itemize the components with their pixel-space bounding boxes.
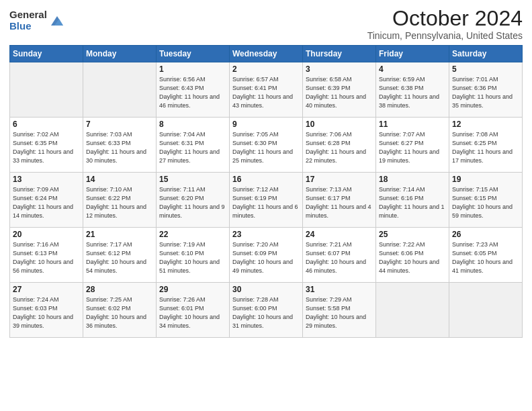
calendar-cell — [376, 283, 449, 338]
week-row-1: 1Sunrise: 6:56 AMSunset: 6:43 PMDaylight… — [10, 62, 523, 118]
day-info: Sunrise: 7:21 AMSunset: 6:07 PMDaylight:… — [306, 241, 366, 274]
calendar-cell: 1Sunrise: 6:56 AMSunset: 6:43 PMDaylight… — [157, 62, 230, 118]
calendar-cell: 7Sunrise: 7:03 AMSunset: 6:33 PMDaylight… — [83, 118, 157, 173]
day-info: Sunrise: 6:56 AMSunset: 6:43 PMDaylight:… — [159, 76, 220, 109]
day-number: 15 — [159, 175, 226, 184]
day-number: 6 — [13, 120, 80, 129]
day-info: Sunrise: 7:29 AMSunset: 5:58 PMDaylight:… — [306, 296, 366, 329]
calendar-cell: 8Sunrise: 7:04 AMSunset: 6:31 PMDaylight… — [157, 118, 230, 173]
weekday-monday: Monday — [83, 46, 157, 62]
day-number: 19 — [452, 175, 519, 184]
day-info: Sunrise: 7:07 AMSunset: 6:27 PMDaylight:… — [379, 131, 439, 164]
day-number: 3 — [306, 64, 373, 74]
day-info: Sunrise: 7:23 AMSunset: 6:05 PMDaylight:… — [452, 241, 513, 274]
day-info: Sunrise: 7:25 AMSunset: 6:02 PMDaylight:… — [86, 296, 146, 329]
day-info: Sunrise: 7:02 AMSunset: 6:35 PMDaylight:… — [13, 131, 73, 164]
weekday-row: SundayMondayTuesdayWednesdayThursdayFrid… — [10, 46, 523, 62]
day-info: Sunrise: 7:17 AMSunset: 6:12 PMDaylight:… — [86, 241, 146, 274]
calendar-cell: 12Sunrise: 7:08 AMSunset: 6:25 PMDayligh… — [449, 118, 523, 173]
day-info: Sunrise: 7:24 AMSunset: 6:03 PMDaylight:… — [13, 296, 73, 329]
day-number: 14 — [86, 175, 153, 184]
calendar-cell: 31Sunrise: 7:29 AMSunset: 5:58 PMDayligh… — [303, 283, 376, 338]
day-info: Sunrise: 6:58 AMSunset: 6:39 PMDaylight:… — [306, 76, 366, 109]
day-info: Sunrise: 7:28 AMSunset: 6:00 PMDaylight:… — [232, 296, 293, 329]
logo-icon — [50, 13, 64, 28]
calendar-cell: 16Sunrise: 7:12 AMSunset: 6:19 PMDayligh… — [230, 173, 303, 228]
calendar-cell: 24Sunrise: 7:21 AMSunset: 6:07 PMDayligh… — [303, 228, 376, 283]
day-number: 4 — [379, 64, 446, 74]
week-row-3: 13Sunrise: 7:09 AMSunset: 6:24 PMDayligh… — [10, 173, 523, 228]
calendar-page: General Blue October 2024 Tinicum, Penns… — [0, 0, 532, 411]
calendar-cell: 21Sunrise: 7:17 AMSunset: 6:12 PMDayligh… — [83, 228, 157, 283]
day-number: 20 — [13, 230, 80, 239]
calendar-cell: 28Sunrise: 7:25 AMSunset: 6:02 PMDayligh… — [83, 283, 157, 338]
weekday-wednesday: Wednesday — [230, 46, 303, 62]
day-info: Sunrise: 7:15 AMSunset: 6:15 PMDaylight:… — [452, 186, 513, 219]
weekday-tuesday: Tuesday — [157, 46, 230, 62]
logo: General Blue — [9, 9, 64, 32]
calendar-cell: 30Sunrise: 7:28 AMSunset: 6:00 PMDayligh… — [230, 283, 303, 338]
calendar-cell: 25Sunrise: 7:22 AMSunset: 6:06 PMDayligh… — [376, 228, 449, 283]
day-number: 30 — [232, 285, 300, 294]
calendar-cell: 23Sunrise: 7:20 AMSunset: 6:09 PMDayligh… — [230, 228, 303, 283]
day-number: 28 — [86, 285, 153, 294]
day-info: Sunrise: 7:01 AMSunset: 6:36 PMDaylight:… — [452, 76, 513, 109]
calendar-cell: 11Sunrise: 7:07 AMSunset: 6:27 PMDayligh… — [376, 118, 449, 173]
day-info: Sunrise: 7:14 AMSunset: 6:16 PMDaylight:… — [379, 186, 445, 219]
day-info: Sunrise: 7:20 AMSunset: 6:09 PMDaylight:… — [232, 241, 293, 274]
calendar-body: 1Sunrise: 6:56 AMSunset: 6:43 PMDaylight… — [10, 62, 523, 338]
calendar-cell — [449, 283, 523, 338]
day-info: Sunrise: 7:04 AMSunset: 6:31 PMDaylight:… — [159, 131, 220, 164]
calendar-header: SundayMondayTuesdayWednesdayThursdayFrid… — [10, 46, 523, 62]
day-number: 27 — [13, 285, 80, 294]
day-number: 1 — [159, 64, 226, 74]
calendar-cell: 2Sunrise: 6:57 AMSunset: 6:41 PMDaylight… — [230, 62, 303, 118]
day-info: Sunrise: 6:57 AMSunset: 6:41 PMDaylight:… — [232, 76, 293, 109]
day-info: Sunrise: 7:26 AMSunset: 6:01 PMDaylight:… — [159, 296, 220, 329]
calendar-cell: 18Sunrise: 7:14 AMSunset: 6:16 PMDayligh… — [376, 173, 449, 228]
day-number: 29 — [159, 285, 226, 294]
day-number: 31 — [306, 285, 373, 294]
calendar-cell: 22Sunrise: 7:19 AMSunset: 6:10 PMDayligh… — [157, 228, 230, 283]
day-info: Sunrise: 7:19 AMSunset: 6:10 PMDaylight:… — [159, 241, 220, 274]
day-number: 10 — [306, 120, 373, 129]
day-info: Sunrise: 7:05 AMSunset: 6:30 PMDaylight:… — [232, 131, 293, 164]
day-info: Sunrise: 7:09 AMSunset: 6:24 PMDaylight:… — [13, 186, 73, 219]
day-info: Sunrise: 7:03 AMSunset: 6:33 PMDaylight:… — [86, 131, 146, 164]
day-number: 2 — [232, 64, 300, 74]
day-info: Sunrise: 7:13 AMSunset: 6:17 PMDaylight:… — [306, 186, 371, 219]
weekday-friday: Friday — [376, 46, 449, 62]
day-number: 22 — [159, 230, 226, 239]
weekday-sunday: Sunday — [10, 46, 83, 62]
day-number: 25 — [379, 230, 446, 239]
day-info: Sunrise: 7:08 AMSunset: 6:25 PMDaylight:… — [452, 131, 513, 164]
week-row-5: 27Sunrise: 7:24 AMSunset: 6:03 PMDayligh… — [10, 283, 523, 338]
weekday-saturday: Saturday — [449, 46, 523, 62]
calendar-cell: 26Sunrise: 7:23 AMSunset: 6:05 PMDayligh… — [449, 228, 523, 283]
location: Tinicum, Pennsylvania, United States — [367, 30, 523, 41]
calendar-cell — [10, 62, 83, 118]
calendar-cell: 3Sunrise: 6:58 AMSunset: 6:39 PMDaylight… — [303, 62, 376, 118]
calendar-cell: 10Sunrise: 7:06 AMSunset: 6:28 PMDayligh… — [303, 118, 376, 173]
header: General Blue October 2024 Tinicum, Penns… — [9, 7, 523, 41]
calendar-cell: 14Sunrise: 7:10 AMSunset: 6:22 PMDayligh… — [83, 173, 157, 228]
calendar-table: SundayMondayTuesdayWednesdayThursdayFrid… — [9, 45, 523, 338]
day-info: Sunrise: 7:10 AMSunset: 6:22 PMDaylight:… — [86, 186, 146, 219]
day-info: Sunrise: 6:59 AMSunset: 6:38 PMDaylight:… — [379, 76, 439, 109]
calendar-cell: 9Sunrise: 7:05 AMSunset: 6:30 PMDaylight… — [230, 118, 303, 173]
title-block: October 2024 Tinicum, Pennsylvania, Unit… — [367, 7, 523, 41]
day-number: 9 — [232, 120, 300, 129]
day-number: 17 — [306, 175, 373, 184]
day-info: Sunrise: 7:06 AMSunset: 6:28 PMDaylight:… — [306, 131, 366, 164]
calendar-cell: 13Sunrise: 7:09 AMSunset: 6:24 PMDayligh… — [10, 173, 83, 228]
calendar-cell: 27Sunrise: 7:24 AMSunset: 6:03 PMDayligh… — [10, 283, 83, 338]
day-number: 11 — [379, 120, 446, 129]
calendar-cell — [83, 62, 157, 118]
weekday-thursday: Thursday — [303, 46, 376, 62]
calendar-cell: 6Sunrise: 7:02 AMSunset: 6:35 PMDaylight… — [10, 118, 83, 173]
calendar-cell: 15Sunrise: 7:11 AMSunset: 6:20 PMDayligh… — [157, 173, 230, 228]
calendar-cell: 29Sunrise: 7:26 AMSunset: 6:01 PMDayligh… — [157, 283, 230, 338]
calendar-cell: 4Sunrise: 6:59 AMSunset: 6:38 PMDaylight… — [376, 62, 449, 118]
calendar-cell: 19Sunrise: 7:15 AMSunset: 6:15 PMDayligh… — [449, 173, 523, 228]
day-info: Sunrise: 7:16 AMSunset: 6:13 PMDaylight:… — [13, 241, 73, 274]
